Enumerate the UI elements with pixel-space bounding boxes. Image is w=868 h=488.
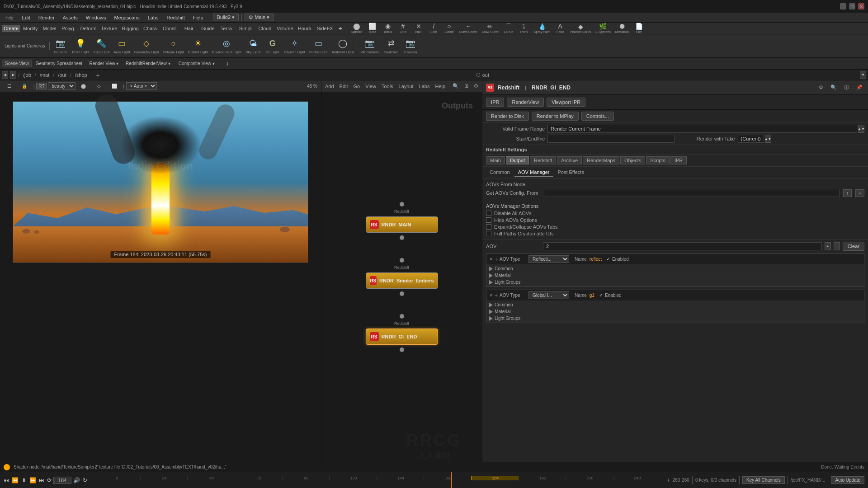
vt-aov-btn3[interactable]: ⬜ — [107, 83, 122, 89]
menu-assets[interactable]: Assets — [59, 14, 81, 21]
node-rndr-main[interactable]: Redshift RS RNDR_MAIN — [366, 202, 438, 240]
path-out[interactable]: /out — [56, 72, 68, 78]
caustic-light-button[interactable]: ✧ Caustic Light — [283, 36, 307, 56]
vt-auto-select[interactable]: < Auto > — [126, 82, 157, 90]
get-aovs-config-opt1[interactable]: ↑ — [843, 189, 852, 197]
node-tools-button[interactable]: Tools — [380, 83, 395, 90]
rigging-tab[interactable]: Rigging — [120, 25, 141, 32]
node-view-button[interactable]: View — [363, 83, 378, 90]
rs-tab-archive[interactable]: Archive — [557, 156, 582, 164]
sphere-tool[interactable]: ⬤Sphere — [349, 22, 364, 35]
tube-tool[interactable]: ⬜Tube — [365, 22, 380, 35]
path-back-button[interactable]: ◀ — [2, 71, 8, 79]
null-tool[interactable]: ✕Null — [411, 22, 426, 35]
lsystem-tool[interactable]: 🌿L-System — [594, 22, 613, 35]
grid-tool[interactable]: #Grid — [396, 22, 410, 35]
path-search-button[interactable]: ▼ — [860, 71, 866, 79]
menu-labs[interactable]: Labs — [144, 14, 162, 21]
full-paths-checkbox[interactable] — [486, 231, 491, 236]
font-tool[interactable]: AFont — [553, 22, 567, 35]
render-to-disk-button[interactable]: Render to Disk — [486, 112, 529, 121]
rs-tab-objects[interactable]: Objects — [620, 156, 645, 164]
camera2-button[interactable]: 📷 Camera — [401, 36, 420, 56]
hair-tab[interactable]: Hair — [180, 25, 198, 32]
aov-entry-2-light-groups[interactable]: Light Groups — [489, 315, 861, 322]
node-rndr-gi-end[interactable]: Redshift RS RNDR_GI_END — [366, 314, 438, 352]
geometry-light-button[interactable]: ◇ Geometry Light — [132, 36, 161, 56]
ambient-light-button[interactable]: ◯ Ambient Light — [330, 36, 355, 56]
portal-light-button[interactable]: ▭ Portal Light — [307, 36, 329, 56]
chara-tab[interactable]: Chara. — [142, 25, 160, 32]
render-with-take-select[interactable]: (Current) ▲▼ — [738, 135, 771, 143]
file-tool[interactable]: 📄File — [632, 22, 646, 35]
rs-tab-scripts[interactable]: Scripts — [646, 156, 670, 164]
simpl-tab[interactable]: Simpl. — [237, 25, 255, 32]
sub-tab-post-effects[interactable]: Post Effects — [554, 169, 588, 177]
tl-audio-button[interactable]: 🔊 — [72, 476, 81, 484]
curve-bezier-tool[interactable]: ~Curve Bezier — [458, 23, 479, 34]
main-button[interactable]: ⚙ Main ▾ — [245, 14, 274, 21]
hide-aovs-options-checkbox[interactable] — [486, 217, 491, 223]
sub-tab-common[interactable]: Common — [486, 169, 514, 177]
tl-next-button[interactable]: ⏩ — [28, 476, 37, 484]
aov-entry-2-remove[interactable]: ✕ — [489, 293, 493, 298]
props-info-btn[interactable]: ⓘ — [842, 83, 851, 92]
draw-curve-tool[interactable]: ✏Draw Curve — [480, 23, 500, 34]
node-rndr-gi-end-box[interactable]: RS RNDR_GI_END — [366, 328, 438, 345]
node-layout-button[interactable]: Layout — [397, 83, 415, 90]
node-add-button[interactable]: Add — [323, 83, 336, 90]
aov-entry-1-expand[interactable]: + — [495, 256, 498, 263]
environment-light-button[interactable]: ◎ Environment Light — [210, 36, 243, 56]
menu-windows[interactable]: Windows — [82, 14, 110, 21]
aov-entry-2-light-groups-arrow[interactable] — [489, 316, 493, 321]
metaball-tool[interactable]: ⬢Metaball — [613, 22, 631, 35]
spray-paint-tool[interactable]: 💧Spray Paint — [532, 23, 552, 34]
vt-toggle-button[interactable]: ☰ — [2, 83, 16, 89]
menu-file[interactable]: File — [2, 14, 17, 21]
terra-tab[interactable]: Terra. — [218, 25, 236, 32]
menu-redshift[interactable]: Redshift — [163, 14, 189, 21]
aov-entry-2-material[interactable]: Material — [489, 308, 861, 315]
sub-tab-aov-manager[interactable]: AOV Manager — [514, 169, 553, 177]
rs-tab-main[interactable]: Main — [486, 156, 505, 164]
node-help-button[interactable]: Help — [433, 83, 447, 90]
timeline-playhead[interactable] — [451, 472, 452, 488]
aov-entry-2-material-arrow[interactable] — [489, 310, 493, 314]
props-search-btn[interactable]: 🔍 — [829, 84, 839, 91]
props-pin-btn[interactable]: 📌 — [854, 84, 864, 91]
curve-tool[interactable]: ⌒Curve — [501, 22, 516, 35]
spot-light-button[interactable]: 🔦 Spot Light — [91, 36, 111, 56]
key-all-channels-button[interactable]: Key All Channels — [742, 476, 785, 484]
aov-entry-1-material[interactable]: Material — [489, 272, 861, 279]
sidefx-tab[interactable]: SideFX — [315, 25, 335, 32]
distant-light-button[interactable]: ☀ Distant Light — [186, 36, 210, 56]
menu-megascans[interactable]: Megascans — [110, 14, 143, 21]
aov-entry-1-light-groups[interactable]: Light Groups — [489, 279, 861, 286]
tl-realtime-button[interactable]: ⟳ — [46, 476, 52, 484]
vt-lock-button[interactable]: 🔒 — [17, 83, 32, 89]
texture-tab[interactable]: Texture — [99, 25, 119, 32]
build-button[interactable]: Build2 ▾ — [213, 14, 239, 21]
cloud-tab[interactable]: Cloud — [256, 25, 274, 32]
rs-tab-redshift[interactable]: Redshift — [530, 156, 556, 164]
vt-aov-select[interactable]: beauty reflect g1 — [48, 82, 75, 90]
path-shop[interactable]: /shop — [73, 72, 89, 78]
valid-frame-range-select[interactable]: Render Current Frame ▲▼ — [547, 125, 864, 133]
vr-camera-button[interactable]: 📷 VR Camera — [359, 36, 381, 56]
vt-aov-btn1[interactable]: ⬤ — [76, 83, 91, 89]
tl-end-button[interactable]: ⏭ — [38, 476, 45, 484]
line-tool[interactable]: /Line — [427, 22, 441, 35]
menu-edit[interactable]: Edit — [18, 14, 34, 21]
aov-entry-1-light-groups-arrow[interactable] — [489, 280, 493, 285]
ipr-button[interactable]: IPR — [486, 98, 504, 107]
tl-prev-button[interactable]: ⏪ — [11, 476, 19, 484]
node-rndr-main-box[interactable]: RS RNDR_MAIN — [366, 216, 438, 233]
redshift-render-view-tab[interactable]: RedshiftRenderView ▾ — [123, 60, 173, 67]
auto-update-button[interactable]: Auto Update — [831, 476, 864, 484]
guide-tab[interactable]: Guide — [199, 25, 217, 32]
volume-tab[interactable]: Volume — [275, 25, 295, 32]
aov-entry-1-common[interactable]: Common — [489, 265, 861, 272]
aov-entry-2-expand[interactable]: + — [495, 292, 498, 299]
const-tab[interactable]: Const. — [161, 25, 179, 32]
torus-tool[interactable]: ◉Torus — [381, 22, 395, 35]
